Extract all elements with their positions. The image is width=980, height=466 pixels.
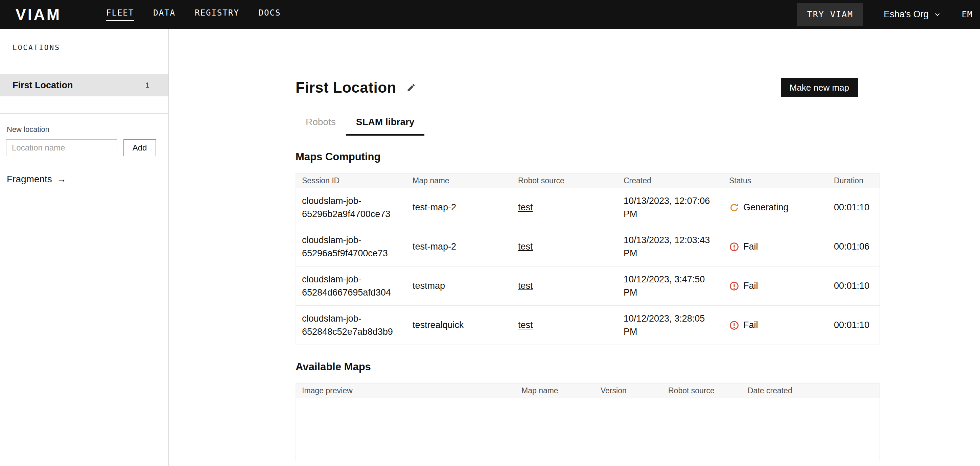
nav-item-docs[interactable]: DOCS [259,8,281,21]
page-title: First Location [296,79,396,96]
map-name-cell: test-map-2 [406,235,512,258]
location-name: First Location [13,80,73,91]
main-panel: First Location Make new map Robots SLAM … [169,29,980,466]
status-label: Fail [743,281,758,291]
table-row: cloudslam-job-65296a5f9f4700ce73 test-ma… [296,227,880,267]
map-name-cell: testrealquick [406,313,512,337]
created-cell: 10/12/2023, 3:47:50 PM [617,267,723,304]
nav-item-fleet[interactable]: FLEET [106,8,134,21]
org-name: Esha's Org [884,9,929,20]
created-cell: 10/13/2023, 12:03:43 PM [617,228,723,265]
try-viam-button[interactable]: TRY VIAM [797,3,863,26]
created-cell: 10/12/2023, 3:28:05 PM [617,307,723,344]
sidebar-heading: LOCATIONS [0,29,169,52]
nav-item-registry[interactable]: REGISTRY [195,8,239,21]
robot-source-link[interactable]: test [518,320,533,330]
session-id-cell: cloudslam-job-65296b2a9f4700ce73 [296,189,406,226]
col-status: Status [723,176,828,185]
fragments-link[interactable]: Fragments → [7,174,169,184]
new-location-label: New location [7,125,169,134]
maps-computing-header: Session ID Map name Robot source Created… [296,173,880,188]
available-maps-heading: Available Maps [296,361,880,373]
top-navigation-bar: VIAM FLEET DATA REGISTRY DOCS TRY VIAM E… [0,0,980,29]
new-location-input[interactable] [6,139,117,156]
map-name-cell: testmap [406,274,512,297]
title-row: First Location Make new map [296,78,880,97]
table-row: cloudslam-job-65284d667695afd304 testmap… [296,267,880,306]
table-row: cloudslam-job-65296b2a9f4700ce73 test-ma… [296,188,880,227]
fragments-label: Fragments [7,174,52,184]
add-location-button[interactable]: Add [123,139,156,156]
duration-cell: 00:01:10 [828,274,880,297]
session-id-cell: cloudslam-job-65296a5f9f4700ce73 [296,228,406,265]
maps-computing-heading: Maps Computing [296,151,880,163]
status-fail-icon [729,320,739,331]
status-fail-icon [729,242,739,252]
table-row: cloudslam-job-652848c52e7ab8d3b9 testrea… [296,306,880,345]
tab-slam-library[interactable]: SLAM library [346,117,425,135]
new-location-controls: Add [6,139,169,156]
duration-cell: 00:01:10 [828,313,880,337]
topbar-right-group: TRY VIAM Esha's Org EM [797,3,972,26]
duration-cell: 00:01:06 [828,235,880,258]
created-cell: 10/13/2023, 12:07:06 PM [617,189,723,226]
robot-source-link[interactable]: test [518,202,533,212]
org-switcher[interactable]: Esha's Org [884,9,942,20]
edit-location-name-icon[interactable] [406,83,416,92]
col-robot-source: Robot source [662,386,741,395]
status-label: Generating [743,202,789,213]
sidebar-item-first-location[interactable]: First Location 1 [0,74,169,96]
col-duration: Duration [828,176,880,185]
session-id-cell: cloudslam-job-652848c52e7ab8d3b9 [296,307,406,344]
chevron-down-icon [933,11,942,19]
col-map-name: Map name [406,176,512,185]
status-cell: Fail [723,320,828,331]
col-map-name: Map name [515,386,595,395]
col-version: Version [595,386,662,395]
available-maps-table: Image preview Map name Version Robot sou… [296,383,880,461]
nav-item-data[interactable]: DATA [153,8,175,21]
topbar-divider [83,6,83,23]
robot-source-link[interactable]: test [518,281,533,291]
robot-source-link[interactable]: test [518,242,533,251]
available-maps-empty-body [296,398,880,461]
tab-robots[interactable]: Robots [296,117,346,135]
status-label: Fail [743,242,758,252]
locations-sidebar: LOCATIONS First Location 1 New location … [0,29,169,466]
sidebar-divider [0,113,169,114]
maps-computing-table: Session ID Map name Robot source Created… [296,173,880,345]
col-date-created: Date created [741,386,880,395]
status-label: Fail [743,320,758,331]
location-robot-count: 1 [145,81,150,90]
arrow-right-icon: → [57,174,66,184]
status-cell: Fail [723,281,828,291]
status-fail-icon [729,281,739,291]
available-maps-header: Image preview Map name Version Robot sou… [296,383,880,398]
primary-nav: FLEET DATA REGISTRY DOCS [106,8,281,21]
user-avatar-initials[interactable]: EM [962,10,972,19]
status-generating-icon [729,202,739,213]
make-new-map-button[interactable]: Make new map [781,78,858,97]
col-image-preview: Image preview [296,386,515,395]
col-session-id: Session ID [296,176,406,185]
status-cell: Fail [723,242,828,252]
location-content: First Location Make new map Robots SLAM … [296,78,880,461]
duration-cell: 00:01:10 [828,196,880,219]
status-cell: Generating [723,202,828,213]
location-tabs: Robots SLAM library [296,117,425,135]
session-id-cell: cloudslam-job-65284d667695afd304 [296,267,406,304]
col-robot-source: Robot source [512,176,617,185]
map-name-cell: test-map-2 [406,196,512,219]
viam-logo[interactable]: VIAM [16,5,61,24]
col-created: Created [617,176,723,185]
